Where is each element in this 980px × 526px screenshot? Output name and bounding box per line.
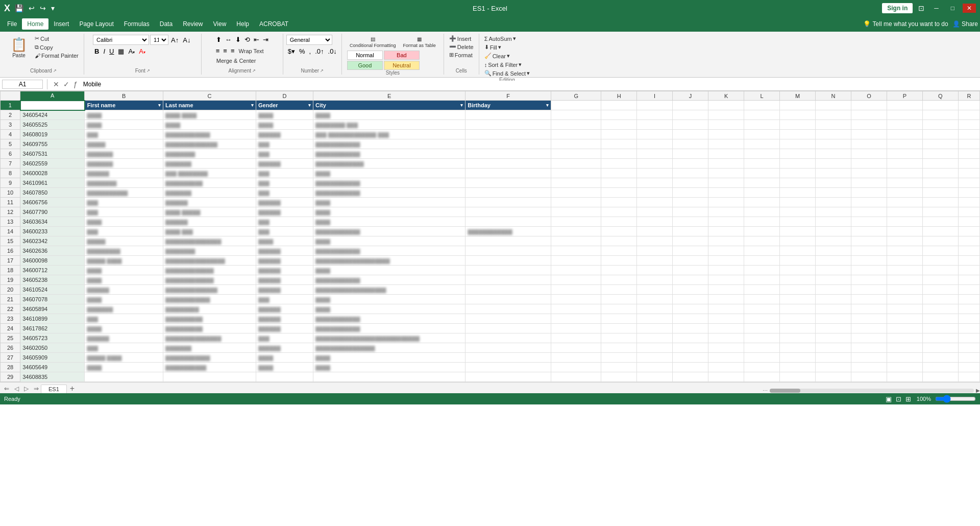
cell-K19[interactable]	[708, 275, 744, 285]
cell-O29[interactable]	[851, 372, 887, 382]
cell-O20[interactable]	[851, 285, 887, 295]
col-header-M[interactable]: M	[780, 91, 816, 101]
cell-H4[interactable]	[601, 130, 637, 139]
cell-B4[interactable]: ▓▓▓	[85, 130, 163, 139]
cell-E25[interactable]: ▓▓▓▓▓▓▓▓▓▓▓▓▓▓▓▓▓▓▓▓▓▓▓▓▓▓▓▓	[313, 333, 465, 343]
sign-in-button[interactable]: Sign in	[882, 3, 913, 13]
cell-Q15[interactable]	[922, 236, 958, 246]
cell-R2[interactable]	[958, 110, 979, 120]
cell-O23[interactable]	[851, 314, 887, 324]
col-header-O[interactable]: O	[851, 91, 887, 101]
increase-decimal-button[interactable]: .0↑	[313, 46, 325, 56]
share-button[interactable]: 👤 Share	[952, 20, 978, 28]
cell-I2[interactable]	[637, 110, 673, 120]
cell-P14[interactable]	[887, 227, 922, 236]
cell-I10[interactable]	[637, 188, 673, 198]
cell-R24[interactable]	[958, 324, 979, 333]
cell-M22[interactable]	[780, 304, 816, 314]
cell-J6[interactable]	[673, 149, 708, 159]
cell-Q13[interactable]	[922, 217, 958, 227]
cell-B24[interactable]: ▓▓▓▓	[85, 324, 163, 333]
cell-Q26[interactable]	[922, 343, 958, 353]
cell-P9[interactable]	[887, 178, 922, 188]
cell-H18[interactable]	[601, 266, 637, 275]
cell-F27[interactable]	[465, 353, 551, 363]
cell-O16[interactable]	[851, 246, 887, 256]
cell-G15[interactable]	[551, 236, 601, 246]
good-style[interactable]: Good	[347, 61, 383, 70]
cell-N10[interactable]	[815, 188, 851, 198]
cell-R28[interactable]	[958, 363, 979, 372]
cell-H26[interactable]	[601, 343, 637, 353]
cell-B13[interactable]: ▓▓▓▓	[85, 217, 163, 227]
cell-L5[interactable]	[744, 139, 780, 149]
cell-C17[interactable]: ▓▓▓▓▓▓▓▓▓▓▓▓▓▓▓▓	[163, 256, 256, 266]
cell-G1[interactable]	[551, 101, 601, 110]
cell-J25[interactable]	[673, 333, 708, 343]
cell-N11[interactable]	[815, 198, 851, 207]
cell-B15[interactable]: ▓▓▓▓▓	[85, 236, 163, 246]
cell-L3[interactable]	[744, 120, 780, 130]
cell-A14[interactable]: 34600233	[20, 227, 85, 236]
cell-M18[interactable]	[780, 266, 816, 275]
spreadsheet-area[interactable]: A B C D E F G H I J K L M N O P Q	[0, 91, 980, 382]
clipboard-expand-icon[interactable]: ↗	[53, 68, 57, 73]
cell-E24[interactable]: ▓▓▓▓▓▓▓▓▓▓▓▓	[313, 324, 465, 333]
cell-H16[interactable]	[601, 246, 637, 256]
orientation-button[interactable]: ⟲	[243, 35, 252, 44]
cell-C16[interactable]: ▓▓▓▓▓▓▓▓	[163, 246, 256, 256]
cell-G28[interactable]	[551, 363, 601, 372]
accounting-format-button[interactable]: $▾	[286, 46, 297, 56]
cell-A3[interactable]: 34605525	[20, 120, 85, 130]
cell-Q3[interactable]	[922, 120, 958, 130]
cell-D5[interactable]: ▓▓▓	[256, 139, 313, 149]
cell-C19[interactable]: ▓▓▓▓▓▓▓▓▓▓▓▓▓	[163, 275, 256, 285]
cell-Q22[interactable]	[922, 304, 958, 314]
cell-K15[interactable]	[708, 236, 744, 246]
cell-A18[interactable]: 34600712	[20, 266, 85, 275]
menu-item-acrobat[interactable]: ACROBAT	[254, 18, 293, 30]
sheet-tab-es1[interactable]: ES1	[41, 385, 67, 393]
cell-I11[interactable]	[637, 198, 673, 207]
cell-D26[interactable]: ▓▓▓▓▓▓	[256, 343, 313, 353]
wrap-text-button[interactable]: Wrap Text	[237, 46, 266, 56]
cell-N24[interactable]	[815, 324, 851, 333]
cell-C28[interactable]: ▓▓▓▓▓▓▓▓▓▓▓	[163, 363, 256, 372]
col-header-F[interactable]: F	[465, 91, 551, 101]
cell-G18[interactable]	[551, 266, 601, 275]
decrease-font-size-button[interactable]: A↓	[181, 35, 192, 45]
cell-E13[interactable]: ▓▓▓▓	[313, 217, 465, 227]
decrease-decimal-button[interactable]: .0↓	[327, 46, 338, 56]
cell-L22[interactable]	[744, 304, 780, 314]
cell-F8[interactable]	[465, 169, 551, 178]
cell-F16[interactable]	[465, 246, 551, 256]
confirm-formula-button[interactable]: ✓	[62, 80, 71, 89]
cell-H3[interactable]	[601, 120, 637, 130]
cell-B20[interactable]: ▓▓▓▓▓▓	[85, 285, 163, 295]
cell-F4[interactable]	[465, 130, 551, 139]
cell-Q12[interactable]	[922, 207, 958, 217]
cell-L6[interactable]	[744, 149, 780, 159]
cell-H10[interactable]	[601, 188, 637, 198]
cell-K13[interactable]	[708, 217, 744, 227]
cell-N26[interactable]	[815, 343, 851, 353]
cell-P7[interactable]	[887, 159, 922, 169]
customize-qa-button[interactable]: ▾	[50, 3, 56, 13]
cell-E7[interactable]: ▓▓▓▓▓▓▓▓▓▓▓▓▓	[313, 159, 465, 169]
cell-D8[interactable]: ▓▓▓	[256, 169, 313, 178]
cell-F6[interactable]	[465, 149, 551, 159]
cell-N22[interactable]	[815, 304, 851, 314]
cell-J5[interactable]	[673, 139, 708, 149]
cell-L18[interactable]	[744, 266, 780, 275]
cell-O14[interactable]	[851, 227, 887, 236]
cell-P17[interactable]	[887, 256, 922, 266]
cell-M3[interactable]	[780, 120, 816, 130]
cell-C24[interactable]: ▓▓▓▓▓▓▓▓▓▓	[163, 324, 256, 333]
cell-A9[interactable]: 34610961	[20, 178, 85, 188]
cell-I8[interactable]	[637, 169, 673, 178]
cell-C23[interactable]: ▓▓▓▓▓▓▓▓▓▓	[163, 314, 256, 324]
cell-D10[interactable]: ▓▓▓	[256, 188, 313, 198]
cell-O3[interactable]	[851, 120, 887, 130]
cell-D6[interactable]: ▓▓▓	[256, 149, 313, 159]
cell-A5[interactable]: 34609755	[20, 139, 85, 149]
